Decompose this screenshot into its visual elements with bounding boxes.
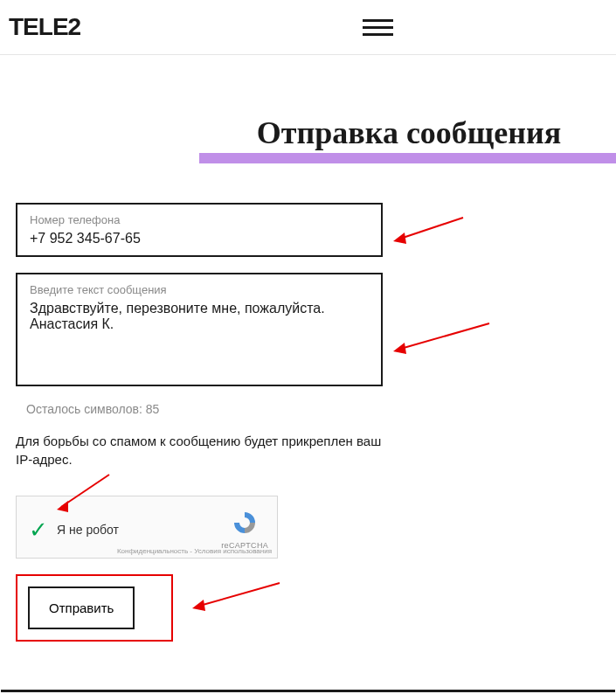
phone-input-box[interactable]: Номер телефона (16, 203, 383, 257)
info-text: Для борьбы со спамом к сообщению будет п… (16, 432, 391, 470)
check-icon: ✓ (29, 517, 48, 544)
phone-input[interactable] (30, 231, 369, 246)
phone-label: Номер телефона (30, 213, 369, 226)
message-label: Введите текст сообщения (30, 283, 369, 296)
menu-icon[interactable] (363, 15, 393, 40)
captcha-label: Я не робот (57, 523, 119, 537)
page-title: Отправка сообщения (199, 116, 616, 163)
logo: TELE2 (9, 13, 80, 41)
message-textarea[interactable] (30, 301, 369, 364)
captcha-footer: Конфиденциальность - Условия использован… (117, 547, 272, 555)
header: TELE2 (0, 0, 616, 55)
content: Отправка сообщения Номер телефона Введит… (0, 116, 616, 642)
submit-highlight: Отправить (16, 574, 173, 642)
footer-divider (1, 690, 615, 692)
recaptcha[interactable]: ✓ Я не робот reCAPTCHA Конфиденциальност… (16, 496, 278, 559)
message-input-box[interactable]: Введите текст сообщения (16, 273, 383, 386)
submit-button[interactable]: Отправить (28, 586, 135, 629)
captcha-brand-block: reCAPTCHA (221, 510, 268, 550)
recaptcha-icon (232, 510, 258, 536)
chars-left: Осталось символов: 85 (26, 402, 600, 416)
